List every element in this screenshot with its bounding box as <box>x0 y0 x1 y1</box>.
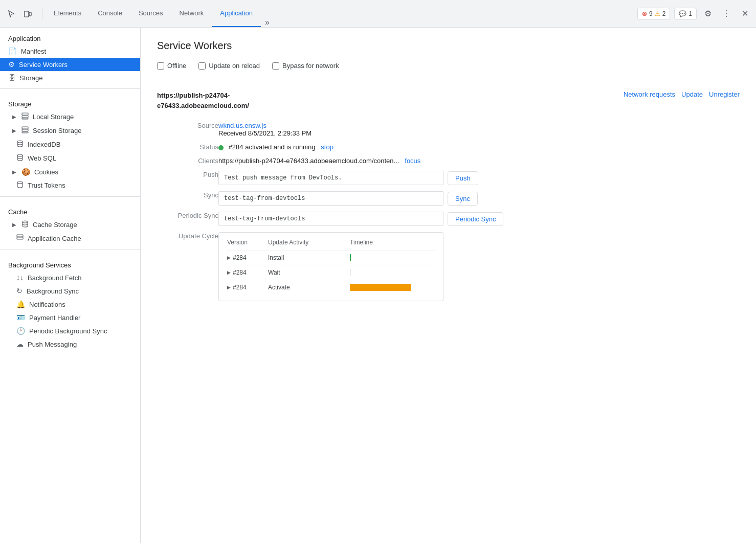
tab-sources[interactable]: Sources <box>130 0 171 27</box>
sidebar-item-label: Manifest <box>21 48 46 55</box>
tab-network[interactable]: Network <box>171 0 212 27</box>
toolbar-right: ⊗ 9 ⚠ 2 💬 1 ⚙ ⋮ ✕ <box>637 7 752 21</box>
svg-rect-7 <box>22 132 28 133</box>
cursor-icon[interactable] <box>4 7 18 21</box>
uc-col-version: Version <box>227 239 268 246</box>
sidebar-item-indexeddb[interactable]: IndexedDB <box>0 138 140 151</box>
svg-rect-0 <box>25 11 29 17</box>
cookies-icon: 🍪 <box>21 168 30 176</box>
sidebar-item-label: Background Fetch <box>28 274 82 282</box>
timeline-line-gray <box>350 269 350 276</box>
sidebar-section-background: Background Services <box>0 254 140 271</box>
manifest-icon: 📄 <box>8 47 17 55</box>
bypass-for-network-checkbox[interactable] <box>272 62 279 70</box>
content-inner: Service Workers Offline Update on reload… <box>141 28 756 329</box>
sidebar-item-background-sync[interactable]: ↻ Background Sync <box>0 284 140 298</box>
timeline-line-green <box>350 254 351 261</box>
timeline-bar-orange <box>350 284 411 291</box>
service-workers-icon: ⚙ <box>8 60 15 69</box>
bypass-for-network-label: Bypass for network <box>282 62 339 70</box>
tab-elements[interactable]: Elements <box>46 0 90 27</box>
sidebar-sep-2 <box>0 196 140 197</box>
sidebar-item-notifications[interactable]: 🔔 Notifications <box>0 298 140 311</box>
sidebar-item-local-storage[interactable]: ▶ Local Storage <box>0 110 140 124</box>
svg-rect-4 <box>22 118 28 119</box>
periodic-sync-button[interactable]: Periodic Sync <box>448 212 503 226</box>
svg-rect-3 <box>22 116 28 118</box>
sync-button[interactable]: Sync <box>448 192 478 206</box>
update-on-reload-checkbox-label[interactable]: Update on reload <box>198 62 260 70</box>
payment-handler-icon: 🪪 <box>16 313 25 322</box>
sidebar-section-application: Application <box>0 28 140 44</box>
page-title: Service Workers <box>157 40 740 52</box>
source-link[interactable]: wknd.us.ensw.js <box>218 122 266 129</box>
received-text: Received 8/5/2021, 2:29:33 PM <box>218 129 312 137</box>
sidebar-item-app-cache[interactable]: Application Cache <box>0 232 140 245</box>
device-toggle-icon[interactable] <box>20 7 35 21</box>
expand-tri-icon[interactable]: ▶ <box>227 285 231 290</box>
sidebar-item-cookies[interactable]: ▶ 🍪 Cookies <box>0 165 140 178</box>
tab-application[interactable]: Application <box>212 0 261 27</box>
uc-version-wait: ▶ #284 <box>227 269 268 276</box>
status-row: Status #284 activated and is running sto… <box>157 140 740 154</box>
unregister-link[interactable]: Unregister <box>709 90 740 98</box>
network-requests-link[interactable]: Network requests <box>624 90 675 98</box>
tab-console[interactable]: Console <box>90 0 130 27</box>
sidebar-item-label: Service Workers <box>19 61 68 69</box>
sync-label: Sync <box>157 188 218 209</box>
sidebar-item-push-messaging[interactable]: ☁ Push Messaging <box>0 337 140 351</box>
sidebar-item-cache-storage[interactable]: ▶ Cache Storage <box>0 218 140 232</box>
sidebar-item-background-fetch[interactable]: ↕↓ Background Fetch <box>0 271 140 284</box>
sidebar-item-label: Push Messaging <box>28 341 77 348</box>
expand-arrow-icon: ▶ <box>12 128 16 133</box>
error-icon: ⊗ <box>642 10 647 17</box>
sidebar-item-session-storage[interactable]: ▶ Session Storage <box>0 124 140 138</box>
push-input[interactable] <box>218 171 443 185</box>
sw-actions: Network requests Update Unregister <box>624 90 740 98</box>
tab-more-button[interactable]: » <box>261 18 274 27</box>
focus-link[interactable]: focus <box>405 157 420 165</box>
offline-checkbox-label[interactable]: Offline <box>157 62 186 70</box>
periodic-sync-input[interactable] <box>218 212 443 226</box>
sidebar-item-storage[interactable]: 🗄 Storage <box>0 71 140 84</box>
svg-rect-6 <box>22 129 28 131</box>
svg-rect-1 <box>29 12 31 16</box>
update-link[interactable]: Update <box>681 90 703 98</box>
svg-point-9 <box>17 154 23 156</box>
expand-arrow-icon: ▶ <box>12 114 16 120</box>
info-badge[interactable]: 💬 1 <box>674 8 697 20</box>
sidebar-item-periodic-background-sync[interactable]: 🕐 Periodic Background Sync <box>0 324 140 337</box>
uc-activity-activate: Activate <box>268 284 350 291</box>
settings-icon[interactable]: ⚙ <box>701 7 715 21</box>
close-icon[interactable]: ✕ <box>738 7 752 21</box>
storage-icon: 🗄 <box>8 74 15 82</box>
expand-tri-icon[interactable]: ▶ <box>227 270 231 275</box>
sw-entry: https://publish-p24704-e76433.adobeaemcl… <box>157 90 740 316</box>
uc-timeline-activate <box>350 283 435 291</box>
sidebar-item-service-workers[interactable]: ⚙ Service Workers <box>0 58 140 71</box>
sync-input[interactable] <box>218 191 443 206</box>
sidebar-item-trust-tokens[interactable]: Trust Tokens <box>0 178 140 192</box>
more-options-icon[interactable]: ⋮ <box>719 7 733 21</box>
update-on-reload-checkbox[interactable] <box>198 62 206 70</box>
error-badge[interactable]: ⊗ 9 ⚠ 2 <box>637 8 670 20</box>
session-storage-icon <box>21 126 29 135</box>
uc-col-activity: Update Activity <box>268 239 350 246</box>
toolbar-icon-group <box>4 7 35 21</box>
warn-icon: ⚠ <box>655 10 660 17</box>
stop-link[interactable]: stop <box>321 143 333 151</box>
source-value: wknd.us.ensw.js Received 8/5/2021, 2:29:… <box>218 119 740 140</box>
expand-tri-icon[interactable]: ▶ <box>227 255 231 260</box>
bypass-for-network-checkbox-label[interactable]: Bypass for network <box>272 62 339 70</box>
offline-checkbox[interactable] <box>157 62 164 70</box>
sidebar-item-manifest[interactable]: 📄 Manifest <box>0 44 140 58</box>
sidebar-item-payment-handler[interactable]: 🪪 Payment Handler <box>0 311 140 324</box>
push-button[interactable]: Push <box>448 171 478 185</box>
trust-tokens-icon <box>16 181 24 190</box>
svg-rect-13 <box>17 237 23 239</box>
uc-row-install: ▶ #284 Install <box>227 250 435 265</box>
sw-url: https://publish-p24704-e76433.adobeaemcl… <box>157 90 249 110</box>
update-cycle-container: Version Update Activity Timeline ▶ #28 <box>218 232 443 301</box>
sidebar-item-websql[interactable]: Web SQL <box>0 151 140 165</box>
local-storage-icon <box>21 112 29 121</box>
